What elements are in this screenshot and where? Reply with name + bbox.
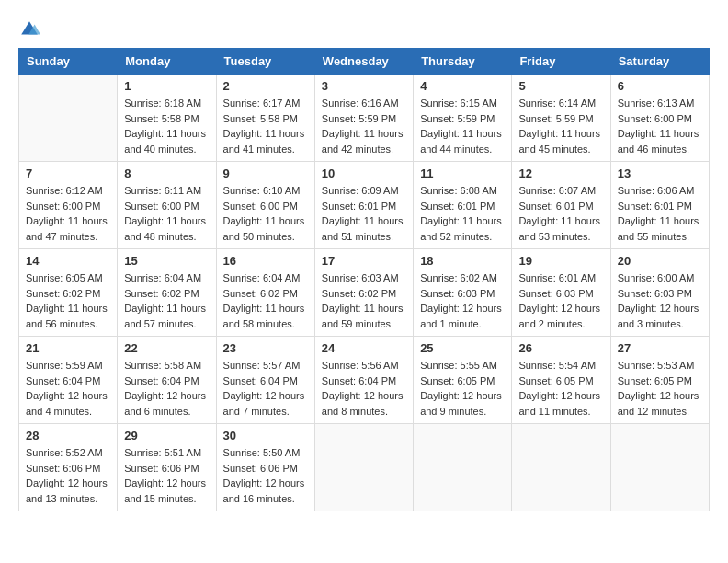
day-info: Sunrise: 6:15 AMSunset: 5:59 PMDaylight:…	[420, 96, 505, 156]
calendar-cell	[19, 75, 118, 162]
calendar-cell: 1Sunrise: 6:18 AMSunset: 5:58 PMDaylight…	[118, 75, 216, 162]
calendar-cell	[512, 424, 610, 511]
calendar-cell: 25Sunrise: 5:55 AMSunset: 6:05 PMDayligh…	[414, 337, 512, 424]
calendar-week-row: 7Sunrise: 6:12 AMSunset: 6:00 PMDaylight…	[19, 162, 710, 249]
day-info: Sunrise: 6:09 AMSunset: 6:01 PMDaylight:…	[322, 183, 406, 244]
day-info: Sunrise: 5:57 AMSunset: 6:04 PMDaylight:…	[223, 358, 308, 419]
day-number: 3	[322, 79, 406, 93]
calendar-week-row: 21Sunrise: 5:59 AMSunset: 6:04 PMDayligh…	[19, 337, 710, 424]
calendar-cell: 6Sunrise: 6:13 AMSunset: 6:00 PMDaylight…	[610, 75, 709, 162]
day-info: Sunrise: 6:17 AMSunset: 5:58 PMDaylight:…	[223, 96, 308, 156]
calendar-header-tuesday: Tuesday	[216, 49, 314, 75]
day-info: Sunrise: 6:16 AMSunset: 5:59 PMDaylight:…	[322, 96, 406, 156]
calendar-cell: 28Sunrise: 5:52 AMSunset: 6:06 PMDayligh…	[19, 424, 118, 511]
day-info: Sunrise: 6:03 AMSunset: 6:02 PMDaylight:…	[322, 270, 406, 331]
calendar-cell: 22Sunrise: 5:58 AMSunset: 6:04 PMDayligh…	[118, 337, 216, 424]
day-number: 27	[618, 341, 702, 355]
calendar-cell: 29Sunrise: 5:51 AMSunset: 6:06 PMDayligh…	[118, 424, 216, 511]
calendar-cell: 27Sunrise: 5:53 AMSunset: 6:05 PMDayligh…	[610, 337, 709, 424]
calendar-cell	[610, 424, 709, 511]
calendar-cell: 11Sunrise: 6:08 AMSunset: 6:01 PMDayligh…	[414, 162, 512, 249]
day-number: 29	[124, 429, 209, 442]
day-info: Sunrise: 5:58 AMSunset: 6:04 PMDaylight:…	[124, 358, 209, 419]
day-info: Sunrise: 6:04 AMSunset: 6:02 PMDaylight:…	[223, 270, 308, 331]
day-number: 4	[420, 79, 505, 93]
page-header	[18, 18, 710, 40]
calendar-cell	[314, 424, 413, 511]
calendar-cell	[414, 424, 512, 511]
day-info: Sunrise: 6:02 AMSunset: 6:03 PMDaylight:…	[420, 270, 505, 331]
calendar-header-wednesday: Wednesday	[314, 49, 413, 75]
day-info: Sunrise: 6:08 AMSunset: 6:01 PMDaylight:…	[420, 183, 505, 244]
calendar-cell: 18Sunrise: 6:02 AMSunset: 6:03 PMDayligh…	[414, 249, 512, 337]
day-number: 10	[322, 167, 406, 180]
calendar-cell: 12Sunrise: 6:07 AMSunset: 6:01 PMDayligh…	[512, 162, 610, 249]
day-number: 18	[420, 254, 505, 268]
day-number: 12	[518, 167, 603, 180]
day-number: 24	[322, 341, 406, 355]
calendar-cell: 21Sunrise: 5:59 AMSunset: 6:04 PMDayligh…	[19, 337, 118, 424]
day-number: 22	[124, 341, 209, 355]
calendar-cell: 26Sunrise: 5:54 AMSunset: 6:05 PMDayligh…	[512, 337, 610, 424]
day-number: 20	[618, 254, 702, 268]
day-number: 30	[223, 429, 308, 442]
day-info: Sunrise: 5:56 AMSunset: 6:04 PMDaylight:…	[322, 358, 406, 419]
calendar-cell: 9Sunrise: 6:10 AMSunset: 6:00 PMDaylight…	[216, 162, 314, 249]
day-number: 9	[223, 167, 308, 180]
day-info: Sunrise: 5:50 AMSunset: 6:06 PMDaylight:…	[223, 445, 308, 506]
calendar-week-row: 1Sunrise: 6:18 AMSunset: 5:58 PMDaylight…	[19, 75, 710, 162]
logo-icon	[18, 18, 40, 40]
day-info: Sunrise: 5:54 AMSunset: 6:05 PMDaylight:…	[518, 358, 603, 419]
day-info: Sunrise: 6:11 AMSunset: 6:00 PMDaylight:…	[124, 183, 209, 244]
calendar-header-monday: Monday	[118, 49, 216, 75]
calendar-cell: 20Sunrise: 6:00 AMSunset: 6:03 PMDayligh…	[610, 249, 709, 337]
day-info: Sunrise: 5:55 AMSunset: 6:05 PMDaylight:…	[420, 358, 505, 419]
calendar-cell: 17Sunrise: 6:03 AMSunset: 6:02 PMDayligh…	[314, 249, 413, 337]
day-number: 13	[618, 167, 702, 180]
day-number: 23	[223, 341, 308, 355]
calendar-cell: 15Sunrise: 6:04 AMSunset: 6:02 PMDayligh…	[118, 249, 216, 337]
calendar-cell: 16Sunrise: 6:04 AMSunset: 6:02 PMDayligh…	[216, 249, 314, 337]
day-number: 15	[124, 254, 209, 268]
day-info: Sunrise: 6:07 AMSunset: 6:01 PMDaylight:…	[518, 183, 603, 244]
day-number: 11	[420, 167, 505, 180]
day-number: 21	[26, 341, 110, 355]
calendar-cell: 30Sunrise: 5:50 AMSunset: 6:06 PMDayligh…	[216, 424, 314, 511]
day-info: Sunrise: 5:51 AMSunset: 6:06 PMDaylight:…	[124, 445, 209, 506]
calendar-week-row: 14Sunrise: 6:05 AMSunset: 6:02 PMDayligh…	[19, 249, 710, 337]
day-number: 25	[420, 341, 505, 355]
day-info: Sunrise: 6:00 AMSunset: 6:03 PMDaylight:…	[618, 270, 702, 331]
calendar-cell: 14Sunrise: 6:05 AMSunset: 6:02 PMDayligh…	[19, 249, 118, 337]
day-number: 28	[26, 429, 110, 442]
day-info: Sunrise: 6:06 AMSunset: 6:01 PMDaylight:…	[618, 183, 702, 244]
day-info: Sunrise: 6:10 AMSunset: 6:00 PMDaylight:…	[223, 183, 308, 244]
calendar-header-thursday: Thursday	[414, 49, 512, 75]
day-number: 8	[124, 167, 209, 180]
day-number: 14	[26, 254, 110, 268]
day-number: 7	[26, 167, 110, 180]
calendar-header-row: SundayMondayTuesdayWednesdayThursdayFrid…	[19, 49, 710, 75]
calendar-table: SundayMondayTuesdayWednesdayThursdayFrid…	[18, 48, 710, 511]
day-info: Sunrise: 6:04 AMSunset: 6:02 PMDaylight:…	[124, 270, 209, 331]
calendar-cell: 23Sunrise: 5:57 AMSunset: 6:04 PMDayligh…	[216, 337, 314, 424]
calendar-header-saturday: Saturday	[610, 49, 709, 75]
day-number: 1	[124, 79, 209, 93]
calendar-cell: 19Sunrise: 6:01 AMSunset: 6:03 PMDayligh…	[512, 249, 610, 337]
calendar-cell: 4Sunrise: 6:15 AMSunset: 5:59 PMDaylight…	[414, 75, 512, 162]
day-info: Sunrise: 6:13 AMSunset: 6:00 PMDaylight:…	[618, 96, 702, 156]
logo	[18, 18, 44, 40]
day-info: Sunrise: 5:53 AMSunset: 6:05 PMDaylight:…	[618, 358, 702, 419]
calendar-week-row: 28Sunrise: 5:52 AMSunset: 6:06 PMDayligh…	[19, 424, 710, 511]
calendar-cell: 7Sunrise: 6:12 AMSunset: 6:00 PMDaylight…	[19, 162, 118, 249]
day-number: 5	[518, 79, 603, 93]
day-info: Sunrise: 5:52 AMSunset: 6:06 PMDaylight:…	[26, 445, 110, 506]
day-info: Sunrise: 5:59 AMSunset: 6:04 PMDaylight:…	[26, 358, 110, 419]
calendar-cell: 13Sunrise: 6:06 AMSunset: 6:01 PMDayligh…	[610, 162, 709, 249]
day-number: 6	[618, 79, 702, 93]
day-number: 2	[223, 79, 308, 93]
day-number: 26	[518, 341, 603, 355]
day-number: 17	[322, 254, 406, 268]
calendar-cell: 3Sunrise: 6:16 AMSunset: 5:59 PMDaylight…	[314, 75, 413, 162]
day-info: Sunrise: 6:01 AMSunset: 6:03 PMDaylight:…	[518, 270, 603, 331]
calendar-header-sunday: Sunday	[19, 49, 118, 75]
